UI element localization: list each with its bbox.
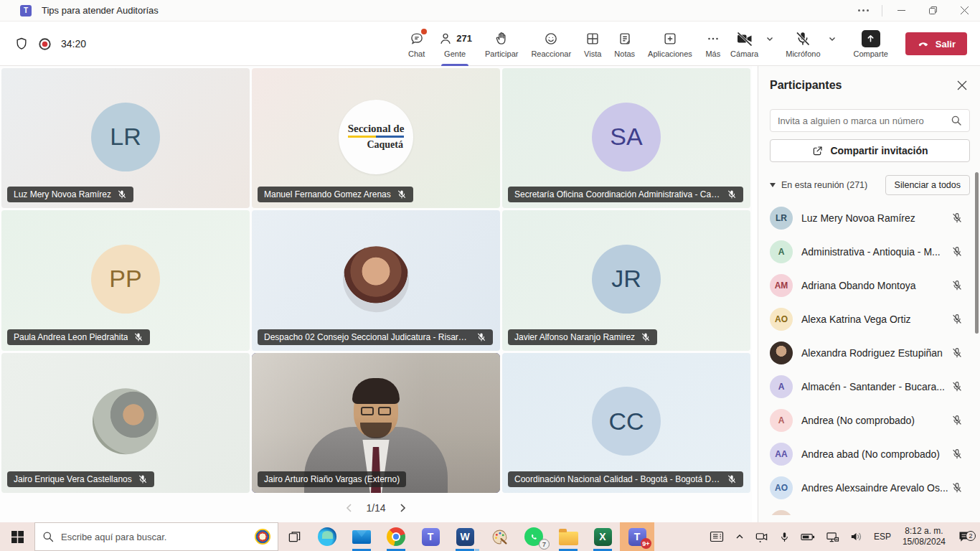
video-tile[interactable]: Jairo Arturo Riaño Vargas (Externo) <box>252 353 500 493</box>
participant-name-chip: Paula Andrea Leon Piedrahita <box>7 329 150 345</box>
taskbar-app-whatsapp[interactable]: 7 <box>517 522 551 551</box>
mic-muted-icon[interactable] <box>951 415 963 426</box>
participant-row[interactable]: A Andrea (No comprobado) <box>770 403 970 437</box>
video-tile[interactable]: Jairo Enrique Vera Castellanos <box>1 353 250 493</box>
share-invitation-button[interactable]: Compartir invitación <box>770 139 970 162</box>
notes-button[interactable]: Notas <box>608 22 641 66</box>
clock[interactable]: 8:12 a. m. 15/08/2024 <box>897 526 951 547</box>
tray-volume-button[interactable] <box>844 531 868 542</box>
taskbar-app-edge[interactable] <box>310 522 344 551</box>
tray-time: 8:12 a. m. <box>903 526 946 537</box>
chevron-down-icon <box>828 34 837 43</box>
participant-name: Adriana Obando Montoya <box>801 280 951 291</box>
mic-muted-icon[interactable] <box>951 347 963 359</box>
participant-name: Almacén - Santander - Bucara... <box>801 381 951 392</box>
participant-photo <box>93 388 159 454</box>
news-widget-button[interactable] <box>704 529 730 545</box>
whatsapp-badge: 7 <box>539 539 550 550</box>
action-center-button[interactable]: 2 <box>951 529 980 544</box>
window-close-button[interactable] <box>948 0 980 21</box>
tray-network-button[interactable] <box>821 531 844 543</box>
mic-muted-icon[interactable] <box>951 212 963 224</box>
participant-row[interactable]: Alexandra Rodriguez Estupiñan <box>770 336 970 369</box>
participant-list: LR Luz Mery Novoa Ramírez A Administrati… <box>770 201 970 515</box>
mic-muted-icon[interactable] <box>951 482 963 494</box>
mic-muted-icon[interactable] <box>951 448 963 460</box>
participant-row[interactable] <box>770 504 970 515</box>
taskbar-search-input[interactable] <box>61 532 248 542</box>
tray-expand-button[interactable] <box>730 532 750 542</box>
mic-muted-icon <box>476 332 486 342</box>
chat-button[interactable]: Chat <box>402 22 431 66</box>
video-tile[interactable]: LR Luz Mery Novoa Ramírez <box>1 68 250 208</box>
page-indicator: 1/14 <box>366 502 385 514</box>
video-tile[interactable]: JR Javier Alfonso Naranjo Ramirez <box>502 210 750 350</box>
camera-options-chevron[interactable] <box>761 32 778 46</box>
avatar: LR <box>770 207 793 230</box>
raise-hand-icon <box>494 31 509 47</box>
close-panel-button[interactable] <box>954 77 970 93</box>
windows-taskbar: T W 7 X T 9+ <box>0 522 980 551</box>
leave-button[interactable]: Salir <box>905 32 967 55</box>
task-view-button[interactable] <box>278 522 310 551</box>
mute-all-button[interactable]: Silenciar a todos <box>885 175 970 195</box>
panel-scrollbar-thumb[interactable] <box>975 172 979 334</box>
avatar: AA <box>770 443 793 466</box>
tray-camera-button[interactable] <box>750 530 773 544</box>
participant-name: Paula Andrea Leon Piedrahita <box>14 332 128 342</box>
participant-row[interactable]: AA Andrea abad (No comprobado) <box>770 437 970 471</box>
participant-row[interactable]: AM Adriana Obando Montoya <box>770 268 970 302</box>
mic-muted-icon[interactable] <box>951 381 963 392</box>
camera-button[interactable]: Cámara <box>729 30 760 58</box>
microphone-options-chevron[interactable] <box>824 32 841 46</box>
taskbar-app-paint[interactable] <box>482 522 517 551</box>
window-restore-button[interactable] <box>917 0 948 21</box>
language-indicator[interactable]: ESP <box>868 532 897 542</box>
taskbar-app-teams-meeting-active[interactable]: T 9+ <box>620 522 654 551</box>
window-minimize-button[interactable] <box>885 0 917 21</box>
ellipsis-icon <box>858 9 869 11</box>
taskbar-app-explorer[interactable] <box>551 522 585 551</box>
taskbar-app-word[interactable]: W <box>448 522 482 551</box>
mic-muted-icon[interactable] <box>951 314 963 325</box>
mic-muted-icon[interactable] <box>951 246 963 258</box>
taskbar-app-mail[interactable] <box>344 522 379 551</box>
tray-microphone-button[interactable] <box>773 531 796 543</box>
next-page-chevron[interactable] <box>397 503 407 513</box>
share-screen-button[interactable]: Comparte <box>854 30 888 58</box>
video-tile[interactable]: SA Secretaría Oficina Coordinación Admin… <box>502 68 750 208</box>
participant-row[interactable]: LR Luz Mery Novoa Ramírez <box>770 201 970 235</box>
video-tile[interactable]: Seccional de Caquetá Manuel Fernando Gom… <box>252 68 500 208</box>
participant-row[interactable]: A Almacén - Santander - Bucara... <box>770 369 970 403</box>
video-tile[interactable]: CC Coordinación Nacional Calidad - Bogot… <box>502 353 750 493</box>
avatar <box>770 510 793 516</box>
react-button[interactable]: Reaccionar <box>524 22 578 66</box>
start-button[interactable] <box>0 522 34 551</box>
view-button[interactable]: Vista <box>578 22 608 66</box>
tray-battery-button[interactable] <box>796 532 821 542</box>
participant-name-chip: Jairo Enrique Vera Castellanos <box>7 471 154 487</box>
taskbar-app-excel[interactable]: X <box>585 522 620 551</box>
video-tile[interactable]: Despacho 02 Consejo Seccional Judicatura… <box>252 210 500 350</box>
previous-page-chevron[interactable] <box>344 503 354 513</box>
notes-icon <box>617 31 633 47</box>
window-more-button[interactable] <box>847 0 879 21</box>
people-icon <box>438 31 453 47</box>
smiley-icon <box>543 31 559 47</box>
taskbar-app-chrome[interactable] <box>379 522 413 551</box>
video-tile[interactable]: PP Paula Andrea Leon Piedrahita <box>1 210 250 350</box>
mic-muted-icon[interactable] <box>951 280 963 291</box>
search-icon <box>42 531 54 542</box>
microphone-button[interactable]: Micrófono <box>784 30 821 58</box>
more-button[interactable]: Más <box>699 22 727 66</box>
participant-row[interactable]: A Administrativa - Antioquia - M... <box>770 235 970 268</box>
invite-search-input[interactable] <box>778 116 951 126</box>
raise-hand-button[interactable]: Participar <box>479 22 524 66</box>
participant-row[interactable]: AO Andres Alexsaindre Arevalo Os... <box>770 471 970 504</box>
taskbar-app-teams[interactable]: T <box>413 522 448 551</box>
people-button[interactable]: 271 Gente <box>431 22 479 66</box>
shield-icon <box>14 37 29 51</box>
participant-row[interactable]: AO Alexa Katrina Vega Ortiz <box>770 302 970 336</box>
section-collapse-caret[interactable] <box>770 183 776 187</box>
apps-button[interactable]: Aplicaciones <box>641 22 699 66</box>
